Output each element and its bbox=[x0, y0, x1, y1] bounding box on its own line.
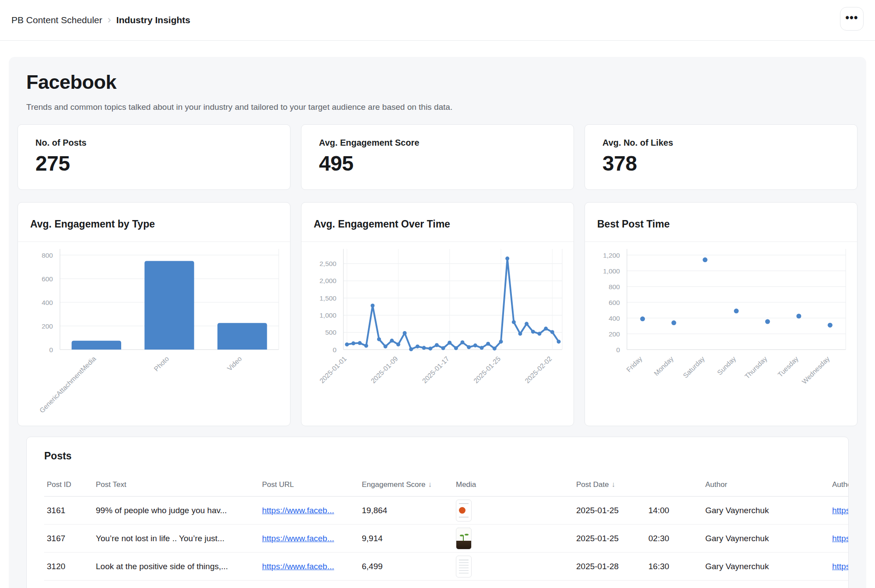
table-row: 3167 You’re not lost in life .. You’re j… bbox=[44, 525, 849, 553]
svg-text:1,500: 1,500 bbox=[319, 294, 336, 302]
post-text-cell: You’re not lost in life .. You’re just..… bbox=[93, 525, 259, 553]
top-bar: PB Content Scheduler › Industry Insights… bbox=[0, 0, 875, 41]
svg-text:1,000: 1,000 bbox=[603, 267, 620, 275]
svg-text:0: 0 bbox=[616, 346, 620, 354]
svg-text:800: 800 bbox=[42, 252, 53, 259]
stat-label: No. of Posts bbox=[35, 138, 273, 148]
chart-title: Best Post Time bbox=[585, 203, 857, 242]
post-url-link[interactable]: https://www.faceb... bbox=[262, 534, 334, 543]
author-cell: Gary Vaynerchuk bbox=[703, 553, 830, 581]
svg-text:Sunday: Sunday bbox=[716, 355, 737, 376]
breadcrumb-current: Industry Insights bbox=[116, 15, 190, 25]
svg-text:2025-01-25: 2025-01-25 bbox=[472, 355, 502, 385]
media-thumbnail[interactable] bbox=[456, 500, 472, 522]
post-date-cell: 2025-01-25 bbox=[574, 525, 646, 553]
svg-text:Friday: Friday bbox=[625, 355, 644, 374]
post-date-cell: 2025-01-25 bbox=[574, 497, 646, 525]
svg-text:0: 0 bbox=[49, 346, 53, 354]
post-time-cell: 02:30 bbox=[646, 525, 703, 553]
svg-text:Thursday: Thursday bbox=[743, 355, 769, 380]
svg-text:Wednesday: Wednesday bbox=[801, 355, 831, 385]
stat-label: Avg. Engagement Score bbox=[319, 138, 556, 148]
column-header-post-url: Post URL bbox=[259, 480, 359, 497]
author-cell: Gary Vaynerchuk bbox=[703, 497, 830, 525]
bar-chart: 0200400600800GenericAttachmentMediaPhoto… bbox=[23, 244, 286, 419]
post-text-cell: 99% of people who judge you hav... bbox=[93, 497, 259, 525]
column-header-author-profile: Author Pro bbox=[830, 480, 849, 497]
post-text-cell: Look at the positive side of things,... bbox=[93, 553, 259, 581]
svg-text:600: 600 bbox=[42, 275, 53, 283]
posts-title: Posts bbox=[44, 450, 831, 462]
media-thumbnail[interactable] bbox=[456, 528, 472, 550]
table-row: 3120 Look at the positive side of things… bbox=[44, 553, 849, 581]
svg-text:800: 800 bbox=[609, 283, 620, 290]
svg-text:Video: Video bbox=[226, 355, 243, 372]
svg-text:2025-01-01: 2025-01-01 bbox=[318, 355, 348, 385]
breadcrumb-parent[interactable]: PB Content Scheduler bbox=[11, 15, 102, 25]
sort-desc-icon: ↓ bbox=[428, 480, 432, 489]
posts-table: Post ID Post Text Post URL Engagement Sc… bbox=[44, 480, 849, 581]
svg-text:200: 200 bbox=[609, 330, 620, 338]
page-title: Facebook bbox=[26, 71, 858, 94]
chevron-right-icon: › bbox=[108, 14, 111, 25]
stats-row: No. of Posts 275 Avg. Engagement Score 4… bbox=[18, 124, 858, 190]
post-date-cell: 2025-01-28 bbox=[574, 553, 646, 581]
chart-title: Avg. Engagement Over Time bbox=[301, 203, 574, 242]
svg-text:500: 500 bbox=[325, 329, 336, 336]
svg-text:1,200: 1,200 bbox=[603, 252, 620, 259]
column-header-author: Author bbox=[703, 480, 830, 497]
charts-row: Avg. Engagement by Type 0200400600800Gen… bbox=[18, 202, 858, 426]
svg-text:600: 600 bbox=[609, 299, 620, 306]
column-header-post-text: Post Text bbox=[93, 480, 259, 497]
breadcrumb: PB Content Scheduler › Industry Insights bbox=[11, 15, 190, 25]
media-thumbnail[interactable] bbox=[456, 556, 472, 578]
author-profile-link[interactable]: https://w bbox=[832, 562, 849, 571]
stat-label: Avg. No. of Likes bbox=[602, 138, 840, 148]
post-id-cell: 3161 bbox=[44, 497, 93, 525]
chart-title: Avg. Engagement by Type bbox=[18, 203, 290, 242]
svg-text:Tuesday: Tuesday bbox=[776, 355, 800, 378]
engagement-by-type-card: Avg. Engagement by Type 0200400600800Gen… bbox=[18, 202, 290, 426]
post-url-link[interactable]: https://www.faceb... bbox=[262, 506, 334, 515]
stat-card-engagement: Avg. Engagement Score 495 bbox=[301, 124, 574, 190]
table-row: 3161 99% of people who judge you hav... … bbox=[44, 497, 849, 525]
post-time-cell: 14:00 bbox=[646, 497, 703, 525]
stat-value: 275 bbox=[35, 151, 273, 175]
svg-text:2025-02-02: 2025-02-02 bbox=[523, 355, 553, 385]
svg-text:Saturday: Saturday bbox=[682, 355, 706, 379]
svg-text:Photo: Photo bbox=[152, 355, 170, 373]
table-header-row: Post ID Post Text Post URL Engagement Sc… bbox=[44, 480, 849, 497]
page-subtitle: Trends and common topics talked about in… bbox=[26, 102, 858, 112]
engagement-score-cell: 19,864 bbox=[359, 497, 453, 525]
more-options-button[interactable]: ••• bbox=[840, 7, 864, 31]
author-cell: Gary Vaynerchuk bbox=[703, 525, 830, 553]
engagement-over-time-card: Avg. Engagement Over Time 05001,0001,500… bbox=[301, 202, 574, 426]
svg-text:400: 400 bbox=[42, 299, 53, 306]
svg-text:GenericAttachmentMedia: GenericAttachmentMedia bbox=[38, 355, 98, 414]
author-profile-link[interactable]: https://w bbox=[832, 534, 849, 543]
line-chart: 05001,0001,5002,0002,5002025-01-012025-0… bbox=[307, 244, 569, 419]
column-header-engagement-score[interactable]: Engagement Score↓ bbox=[359, 480, 453, 497]
stat-value: 378 bbox=[602, 151, 840, 175]
post-url-link[interactable]: https://www.faceb... bbox=[262, 562, 334, 571]
column-header-post-id: Post ID bbox=[44, 480, 93, 497]
author-profile-link[interactable]: https://w bbox=[832, 506, 849, 515]
sort-desc-icon: ↓ bbox=[612, 480, 616, 489]
column-header-post-date[interactable]: Post Date↓ bbox=[574, 480, 703, 497]
best-post-time-card: Best Post Time 02004006008001,0001,200Fr… bbox=[584, 202, 858, 426]
svg-text:Monday: Monday bbox=[652, 355, 675, 377]
svg-text:2025-01-17: 2025-01-17 bbox=[421, 355, 451, 385]
engagement-score-cell: 6,499 bbox=[359, 553, 453, 581]
svg-text:400: 400 bbox=[609, 315, 620, 322]
svg-text:2,500: 2,500 bbox=[319, 260, 336, 267]
engagement-score-cell: 9,914 bbox=[359, 525, 453, 553]
stat-card-posts: No. of Posts 275 bbox=[18, 124, 290, 190]
svg-text:2,000: 2,000 bbox=[319, 277, 336, 284]
post-time-cell: 16:30 bbox=[646, 553, 703, 581]
facebook-insights-panel: Facebook Trends and common topics talked… bbox=[9, 57, 866, 588]
post-id-cell: 3167 bbox=[44, 525, 93, 553]
svg-text:0: 0 bbox=[332, 346, 336, 354]
svg-text:2025-01-09: 2025-01-09 bbox=[369, 355, 399, 385]
svg-text:1,000: 1,000 bbox=[319, 312, 336, 319]
stat-value: 495 bbox=[319, 151, 556, 175]
